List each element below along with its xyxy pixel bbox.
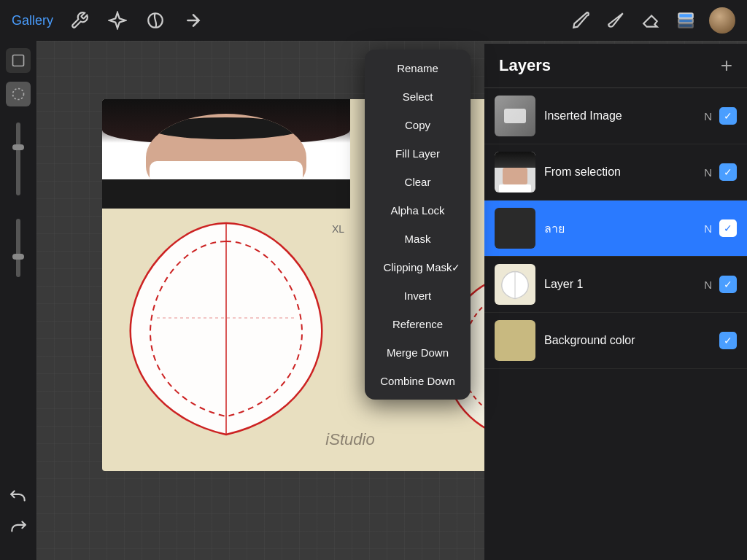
layer-thumbnail <box>495 264 535 305</box>
opacity-slider[interactable] <box>16 122 20 195</box>
layer-visibility-toggle[interactable] <box>719 332 737 349</box>
photo-person <box>102 99 350 209</box>
canvas-watermark: iStudio <box>325 430 374 449</box>
layers-list: Inserted ImageN From selectionNลายN Laye… <box>484 88 747 369</box>
svg-rect-4 <box>13 55 24 66</box>
context-menu-item-clear[interactable]: Clear <box>365 168 471 196</box>
layer-name: From selection <box>544 166 695 179</box>
eraser-icon[interactable] <box>639 9 662 32</box>
user-avatar[interactable] <box>709 7 735 34</box>
context-menu-item-combine-down[interactable]: Combine Down <box>365 367 471 395</box>
toolbar-left: Gallery <box>12 9 205 32</box>
gallery-button[interactable]: Gallery <box>12 13 53 28</box>
svg-rect-3 <box>678 23 693 27</box>
selection-tool[interactable] <box>6 82 31 106</box>
context-menu-item-invert[interactable]: Invert <box>365 281 471 310</box>
left-sidebar <box>0 41 36 560</box>
layer-item[interactable]: ลายN <box>484 201 747 257</box>
layer-item[interactable]: Inserted ImageN <box>484 88 747 144</box>
context-menu-item-mask[interactable]: Mask <box>365 225 471 253</box>
context-menu: RenameSelectCopyFill LayerClearAlpha Loc… <box>365 50 471 400</box>
layer-name: Layer 1 <box>544 278 695 291</box>
add-layer-button[interactable]: + <box>721 55 732 76</box>
layer-thumbnail <box>495 152 535 192</box>
brush-icon[interactable] <box>604 9 627 32</box>
layer-visibility-toggle[interactable] <box>719 219 737 237</box>
context-menu-item-alpha-lock[interactable]: Alpha Lock <box>365 196 471 225</box>
toolbar: Gallery <box>0 0 747 41</box>
arrow-icon[interactable] <box>182 9 205 32</box>
transform-tool[interactable] <box>6 48 31 73</box>
layer-item[interactable]: Layer 1N <box>484 257 747 313</box>
context-menu-item-copy[interactable]: Copy <box>365 111 471 139</box>
layer-blend-mode[interactable]: N <box>704 166 712 179</box>
magic-icon[interactable] <box>106 9 129 32</box>
context-menu-item-merge-down[interactable]: Merge Down <box>365 338 471 367</box>
layer-name: Background color <box>544 334 711 347</box>
context-menu-item-clipping-mask[interactable]: Clipping Mask <box>365 253 471 281</box>
layer-visibility-toggle[interactable] <box>719 107 737 125</box>
layer-item[interactable]: Background color <box>484 313 747 369</box>
stroke-icon[interactable] <box>144 9 167 32</box>
layer-info: Background color <box>544 334 711 347</box>
layer-item[interactable]: From selectionN <box>484 144 747 201</box>
svg-point-5 <box>13 89 24 100</box>
layer-blend-mode[interactable]: N <box>704 110 712 122</box>
pen-icon[interactable] <box>569 9 592 32</box>
layer-controls: N <box>704 276 737 293</box>
toolbar-right <box>569 7 735 34</box>
layer-visibility-toggle[interactable] <box>719 163 737 181</box>
layer-blend-mode[interactable]: N <box>704 279 712 291</box>
layers-panel-icon[interactable] <box>674 9 697 32</box>
layer-thumbnail <box>495 96 535 136</box>
photo-inset <box>102 99 350 209</box>
svg-rect-1 <box>678 13 693 18</box>
layer-info: Layer 1 <box>544 278 695 291</box>
mask-pattern-left <box>117 209 336 449</box>
layer-name: ลาย <box>544 219 695 238</box>
context-menu-item-fill-layer[interactable]: Fill Layer <box>365 139 471 168</box>
context-menu-item-select[interactable]: Select <box>365 82 471 111</box>
layer-controls: N <box>704 219 737 237</box>
layers-header: Layers + <box>484 44 747 88</box>
layer-info: From selection <box>544 166 695 179</box>
context-menu-item-rename[interactable]: Rename <box>365 54 471 82</box>
context-menu-item-reference[interactable]: Reference <box>365 310 471 338</box>
undo-redo-group <box>7 484 30 538</box>
layers-title: Layers <box>499 56 551 75</box>
layer-info: ลาย <box>544 219 695 238</box>
layer-visibility-toggle[interactable] <box>719 276 737 293</box>
svg-rect-2 <box>678 19 693 23</box>
layer-info: Inserted Image <box>544 109 695 122</box>
size-slider[interactable] <box>16 219 20 277</box>
layer-thumbnail <box>495 208 535 249</box>
redo-button[interactable] <box>7 515 30 538</box>
layer-controls <box>719 332 737 349</box>
undo-button[interactable] <box>7 484 30 508</box>
layer-controls: N <box>704 163 737 181</box>
layer-blend-mode[interactable]: N <box>704 222 712 235</box>
layers-panel: Layers + Inserted ImageN From selectionN… <box>484 44 747 560</box>
layer-name: Inserted Image <box>544 109 695 122</box>
layer-controls: N <box>704 107 737 125</box>
layer-thumbnail <box>495 320 535 361</box>
wrench-icon[interactable] <box>68 9 91 32</box>
